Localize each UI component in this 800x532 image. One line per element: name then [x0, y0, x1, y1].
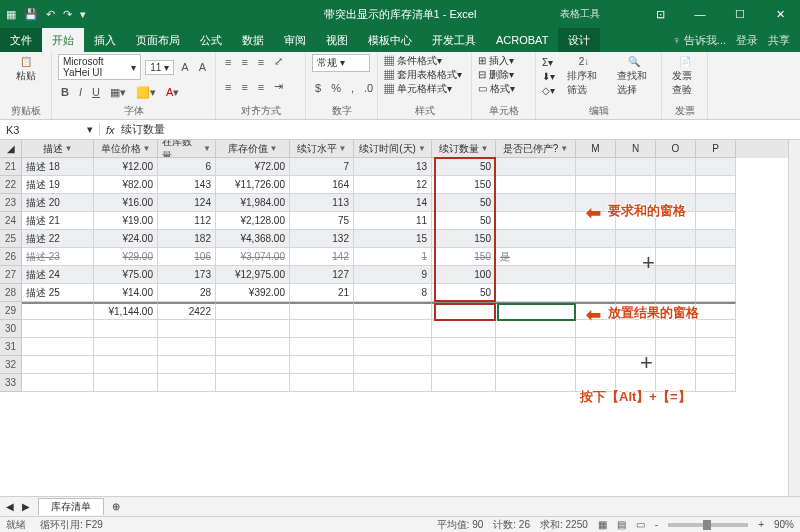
- tab-acrobat[interactable]: ACROBAT: [486, 28, 558, 52]
- tab-data[interactable]: 数据: [232, 28, 274, 52]
- signin[interactable]: 登录: [736, 33, 758, 48]
- col-disc[interactable]: 是否已停产?▼: [496, 140, 576, 158]
- fx-icon[interactable]: fx: [106, 124, 115, 136]
- inc-dec-icon[interactable]: .0: [361, 81, 376, 95]
- sort-filter-button[interactable]: 2↓排序和筛选: [563, 54, 605, 99]
- tab-layout[interactable]: 页面布局: [126, 28, 190, 52]
- border-icon[interactable]: ▦▾: [107, 85, 129, 100]
- underline-button[interactable]: U: [89, 85, 103, 99]
- insert-button[interactable]: ⊞ 插入▾: [478, 54, 529, 68]
- col-val[interactable]: 库存价值▼: [216, 140, 290, 158]
- align-center-icon[interactable]: ≡: [238, 80, 250, 94]
- clear-icon[interactable]: ◇▾: [542, 84, 555, 98]
- tab-insert[interactable]: 插入: [84, 28, 126, 52]
- percent-icon[interactable]: %: [328, 81, 344, 95]
- tell-me[interactable]: ♀ 告诉我...: [673, 33, 726, 48]
- invoice-icon: 📄: [679, 56, 691, 67]
- name-box[interactable]: K3▾: [0, 123, 100, 136]
- status-avg: 平均值: 90: [437, 518, 484, 532]
- font-size-select[interactable]: 11▾: [145, 60, 174, 75]
- col-o[interactable]: O: [656, 140, 696, 158]
- status-circular: 循环引用: F29: [40, 518, 103, 532]
- font-color-icon[interactable]: A▾: [163, 85, 182, 100]
- col-price[interactable]: 单位价格▼: [94, 140, 158, 158]
- add-sheet-icon[interactable]: ⊕: [112, 501, 120, 512]
- indent-icon[interactable]: ⇥: [271, 79, 286, 94]
- invoice-button[interactable]: 📄发票查验: [668, 54, 701, 99]
- col-days[interactable]: 续订时间(天)▼: [354, 140, 432, 158]
- select-all[interactable]: ◢: [0, 140, 22, 158]
- bold-button[interactable]: B: [58, 85, 72, 99]
- italic-button[interactable]: I: [76, 85, 85, 99]
- col-reqty[interactable]: 续订数量▼: [432, 140, 496, 158]
- comma-icon[interactable]: ,: [348, 81, 357, 95]
- window-controls: ⊡ — ☐ ✕: [640, 8, 800, 21]
- format-button[interactable]: ▭ 格式▾: [478, 82, 529, 96]
- cond-format-button[interactable]: ▦ 条件格式▾: [384, 54, 465, 68]
- qat-more-icon[interactable]: ▾: [80, 8, 86, 21]
- col-p[interactable]: P: [696, 140, 736, 158]
- tab-view[interactable]: 视图: [316, 28, 358, 52]
- align-top-icon[interactable]: ≡: [222, 55, 234, 69]
- group-align-label: 对齐方式: [222, 104, 299, 119]
- window-title: 带突出显示的库存清单1 - Excel: [324, 7, 477, 22]
- vertical-scrollbar[interactable]: [788, 140, 800, 496]
- orientation-icon[interactable]: ⤢: [271, 54, 286, 69]
- help-icon[interactable]: ⊡: [640, 8, 680, 21]
- autosum-icon[interactable]: Σ▾: [542, 56, 555, 70]
- titlebar: ▦ 💾 ↶ ↷ ▾ 带突出显示的库存清单1 - Excel 表格工具 ⊡ — ☐…: [0, 0, 800, 28]
- align-right-icon[interactable]: ≡: [255, 80, 267, 94]
- save-icon[interactable]: 💾: [24, 8, 38, 21]
- col-qty[interactable]: 在库数量▼: [158, 140, 216, 158]
- fill-icon[interactable]: ⬇▾: [542, 70, 555, 84]
- fill-color-icon[interactable]: 🟨▾: [133, 85, 159, 100]
- view-layout-icon[interactable]: ▤: [617, 519, 626, 530]
- currency-icon[interactable]: $: [312, 81, 324, 95]
- delete-button[interactable]: ⊟ 删除▾: [478, 68, 529, 82]
- column-headers: ◢ 描述▼ 单位价格▼ 在库数量▼ 库存价值▼ 续订水平▼ 续订时间(天)▼ 续…: [0, 140, 800, 158]
- zoom-in-icon[interactable]: +: [758, 519, 764, 530]
- zoom-level[interactable]: 90%: [774, 519, 794, 530]
- grid[interactable]: 21描述 18¥12.006¥72.007135022描述 19¥82.0014…: [0, 158, 800, 392]
- formula-input[interactable]: 续订数量: [121, 122, 165, 137]
- col-m[interactable]: M: [576, 140, 616, 158]
- find-button[interactable]: 🔍查找和选择: [613, 54, 655, 99]
- share[interactable]: 共享: [768, 33, 790, 48]
- view-break-icon[interactable]: ▭: [636, 519, 645, 530]
- minimize-button[interactable]: —: [680, 8, 720, 21]
- tab-home[interactable]: 开始: [42, 28, 84, 52]
- font-name-select[interactable]: Microsoft YaHei UI▾: [58, 54, 141, 80]
- redo-icon[interactable]: ↷: [63, 8, 72, 21]
- group-number-label: 数字: [312, 104, 371, 119]
- close-button[interactable]: ✕: [760, 8, 800, 21]
- col-desc[interactable]: 描述▼: [22, 140, 94, 158]
- sheet-tab[interactable]: 库存清单: [38, 498, 104, 515]
- cell-style-button[interactable]: ▦ 单元格样式▾: [384, 82, 465, 96]
- grow-font-icon[interactable]: A: [178, 60, 191, 74]
- tab-file[interactable]: 文件: [0, 28, 42, 52]
- shrink-font-icon[interactable]: A: [196, 60, 209, 74]
- nav-prev-icon[interactable]: ◀: [6, 501, 14, 512]
- tab-design[interactable]: 设计: [558, 28, 600, 52]
- nav-next-icon[interactable]: ▶: [22, 501, 30, 512]
- number-format-select[interactable]: 常规 ▾: [312, 54, 370, 72]
- tab-formulas[interactable]: 公式: [190, 28, 232, 52]
- group-clipboard-label: 剪贴板: [6, 104, 45, 119]
- group-font-label: 字体: [58, 104, 209, 119]
- maximize-button[interactable]: ☐: [720, 8, 760, 21]
- paste-button[interactable]: 📋粘贴: [6, 54, 45, 85]
- tab-template[interactable]: 模板中心: [358, 28, 422, 52]
- col-n[interactable]: N: [616, 140, 656, 158]
- align-bot-icon[interactable]: ≡: [255, 55, 267, 69]
- zoom-slider[interactable]: [668, 523, 748, 527]
- undo-icon[interactable]: ↶: [46, 8, 55, 21]
- align-left-icon[interactable]: ≡: [222, 80, 234, 94]
- col-reorder[interactable]: 续订水平▼: [290, 140, 354, 158]
- zoom-out-icon[interactable]: -: [655, 519, 658, 530]
- excel-icon: ▦: [6, 8, 16, 21]
- tab-dev[interactable]: 开发工具: [422, 28, 486, 52]
- tab-review[interactable]: 审阅: [274, 28, 316, 52]
- view-normal-icon[interactable]: ▦: [598, 519, 607, 530]
- table-format-button[interactable]: ▦ 套用表格格式▾: [384, 68, 465, 82]
- align-mid-icon[interactable]: ≡: [238, 55, 250, 69]
